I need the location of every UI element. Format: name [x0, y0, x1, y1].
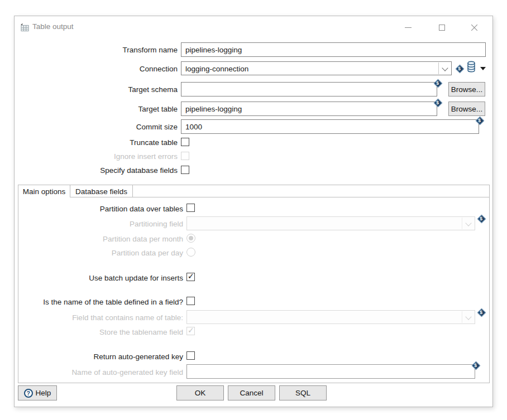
- return-auto-key-label: Return auto-generated key: [20, 352, 183, 361]
- variable-dollar-diamond-icon[interactable]: [477, 308, 485, 316]
- ignore-insert-errors-label: Ignore insert errors: [15, 152, 178, 161]
- connection-value: logging-connection: [185, 64, 248, 73]
- variable-dollar-diamond-icon[interactable]: [433, 98, 442, 107]
- connection-label: Connection: [15, 64, 178, 74]
- commit-size-label: Commit size: [15, 122, 178, 132]
- auto-key-field-input[interactable]: [186, 364, 475, 379]
- transform-name-label: Transform name: [15, 45, 178, 55]
- specify-database-fields-label: Specify database fields: [15, 166, 178, 175]
- commit-size-input[interactable]: [181, 119, 479, 134]
- chevron-down-icon: [442, 65, 448, 71]
- partition-per-day-label: Partition data per day: [20, 248, 183, 258]
- field-contains-table-name-combo: [186, 310, 475, 324]
- truncate-table-label: Truncate table: [15, 138, 178, 147]
- truncate-table-checkbox[interactable]: [181, 138, 189, 146]
- ignore-insert-errors-checkbox: [181, 152, 189, 160]
- transform-name-input[interactable]: [181, 42, 486, 57]
- return-auto-key-checkbox[interactable]: [186, 351, 195, 360]
- tab-database-fields[interactable]: Database fields: [70, 185, 132, 197]
- ok-button[interactable]: OK: [176, 385, 224, 400]
- chevron-down-icon: [465, 220, 471, 226]
- store-tablename-checkbox: [186, 327, 195, 335]
- target-schema-input[interactable]: [181, 82, 437, 96]
- window-title: Table output: [32, 22, 74, 31]
- partition-data-over-tables-checkbox[interactable]: [186, 204, 195, 212]
- table-name-in-field-checkbox[interactable]: [186, 297, 195, 305]
- chevron-down-icon: [465, 313, 471, 320]
- cancel-button[interactable]: Cancel: [228, 385, 275, 400]
- partitioning-field-combo: [186, 216, 475, 230]
- tab-main-options[interactable]: Main options: [18, 185, 70, 197]
- partition-per-month-radio: [186, 234, 195, 243]
- use-batch-update-label: Use batch update for inserts: [20, 273, 183, 283]
- partition-per-day-radio: [186, 248, 195, 257]
- auto-key-field-label: Name of auto-generated key field: [20, 368, 183, 377]
- target-schema-label: Target schema: [15, 85, 178, 94]
- close-button[interactable]: [463, 16, 485, 38]
- connection-combo[interactable]: logging-connection: [181, 61, 452, 75]
- browse-table-button[interactable]: Browse...: [448, 102, 485, 116]
- field-contains-table-name-label: Field that contains name of table:: [20, 313, 183, 322]
- table-name-in-field-label: Is the name of the table defined in a fi…: [20, 297, 183, 307]
- sql-button[interactable]: SQL: [279, 385, 327, 400]
- partition-per-month-label: Partition data per month: [20, 234, 183, 244]
- question-circle-icon: [24, 389, 33, 398]
- browse-schema-button[interactable]: Browse...: [448, 82, 485, 96]
- database-cylinder-icon[interactable]: [467, 61, 476, 75]
- target-table-label: Target table: [15, 104, 178, 114]
- target-table-input[interactable]: [181, 102, 437, 116]
- table-output-dialog: Table output Transform name Connection l…: [14, 16, 493, 407]
- variable-dollar-diamond-icon[interactable]: [475, 116, 484, 124]
- variable-dollar-diamond-icon[interactable]: [471, 361, 480, 369]
- help-button[interactable]: Help: [18, 385, 57, 400]
- partition-data-over-tables-label: Partition data over tables: [20, 204, 183, 214]
- minimize-button[interactable]: [398, 16, 419, 38]
- title-bar: Table output: [15, 16, 492, 38]
- partitioning-field-label: Partitioning field: [20, 219, 183, 229]
- specify-database-fields-checkbox[interactable]: [181, 166, 189, 174]
- store-tablename-label: Store the tablename field: [20, 327, 183, 337]
- maximize-button[interactable]: [431, 16, 452, 38]
- variable-dollar-diamond-icon[interactable]: [455, 64, 463, 73]
- variable-dollar-diamond-icon[interactable]: [433, 79, 442, 87]
- dropdown-triangle-icon[interactable]: [480, 67, 486, 70]
- table-output-icon: [20, 22, 30, 32]
- variable-dollar-diamond-icon[interactable]: [477, 214, 485, 223]
- use-batch-update-checkbox[interactable]: [186, 273, 195, 281]
